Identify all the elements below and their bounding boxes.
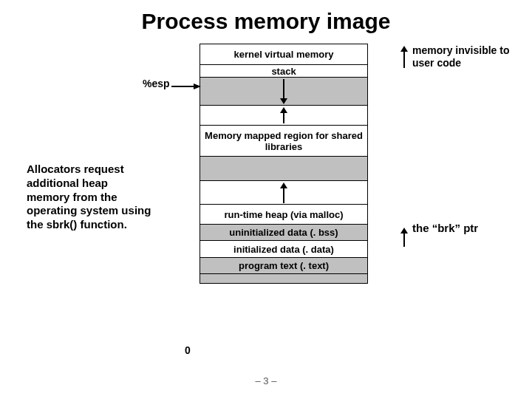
svg-marker-7 (194, 83, 201, 89)
segment-mmap-gap (200, 156, 368, 181)
invisible-note: memory invisible to user code (412, 44, 531, 69)
arrow-down-icon (279, 79, 289, 104)
arrow-right-icon (171, 83, 201, 90)
arrow-up-icon (399, 228, 409, 247)
svg-marker-1 (280, 98, 287, 104)
segment-gap-top (200, 105, 368, 126)
segment-heap: run-time heap (via malloc) (200, 204, 368, 225)
segment-text: program text (. text) (200, 257, 368, 275)
segment-stack: stack (200, 64, 368, 78)
segment-mmap: Memory mapped region for shared librarie… (200, 125, 368, 157)
page-number: – 3 – (0, 375, 532, 386)
brk-note: the “brk” ptr (412, 222, 478, 234)
segment-data: initialized data (. data) (200, 240, 368, 258)
segment-bss: uninitialized data (. bss) (200, 224, 368, 242)
esp-label: %esp (143, 78, 170, 89)
segment-heap-growth (200, 180, 368, 205)
arrow-up-icon (279, 107, 289, 123)
memory-diagram: kernel virtual memory stack Memory mappe… (200, 44, 368, 284)
arrow-up-icon (399, 46, 409, 68)
segment-bottom (200, 273, 368, 284)
arrow-up-icon (279, 183, 289, 203)
zero-label: 0 (185, 344, 191, 356)
allocator-note: Allocators request additional heap memor… (27, 163, 152, 232)
segment-kernel-virtual-memory: kernel virtual memory (200, 44, 368, 66)
page-title: Process memory image (0, 0, 532, 41)
segment-stack-growth (200, 77, 368, 106)
